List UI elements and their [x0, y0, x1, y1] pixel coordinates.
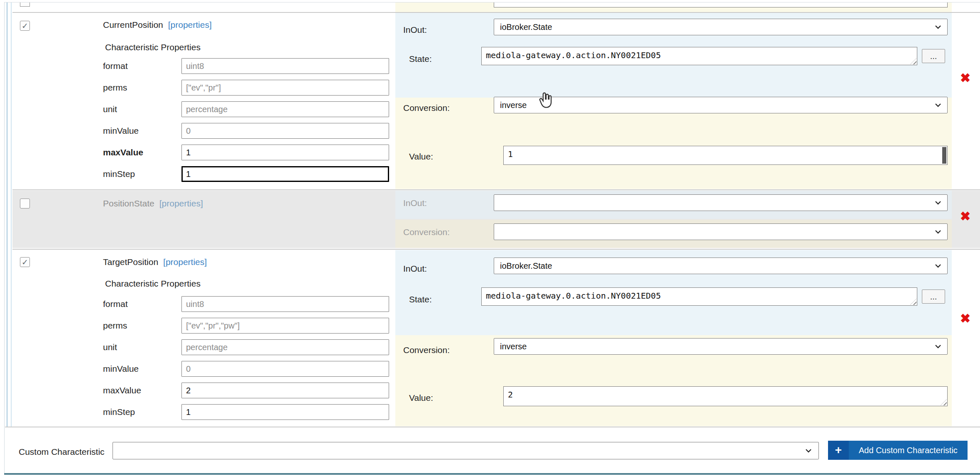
chevron-down-icon [935, 25, 941, 29]
prop-minstep-label: minStep [103, 406, 135, 418]
characteristic-name: PositionState [103, 198, 154, 209]
inout-label: InOut: [403, 24, 427, 36]
prop-format-input[interactable] [181, 58, 389, 74]
inout-select-value: ioBroker.State [500, 22, 552, 32]
custom-characteristic-label: Custom Characteristic [19, 446, 105, 458]
chevron-down-icon [805, 449, 812, 453]
conversion-select-value: inverse [500, 101, 527, 110]
prop-unit-label: unit [103, 341, 117, 353]
chevron-down-icon [935, 230, 941, 234]
prop-format-input[interactable] [181, 296, 389, 312]
row-separator [12, 189, 980, 190]
state-label: State: [409, 53, 432, 65]
frame-left-border [4, 2, 5, 474]
value-label: Value: [409, 151, 433, 162]
previous-row-select-partial[interactable] [494, 2, 948, 7]
state-textarea[interactable]: mediola-gateway.0.action.NY0021ED05 [482, 47, 917, 65]
prop-maxvalue-label: maxValue [103, 385, 141, 396]
characteristic-checkbox[interactable]: ✓ [20, 257, 30, 267]
properties-link[interactable]: [properties] [159, 198, 203, 209]
prop-maxvalue-input[interactable] [181, 383, 389, 398]
check-icon: ✓ [22, 21, 28, 31]
prop-perms-input[interactable] [181, 318, 389, 334]
hand-cursor-icon [539, 92, 554, 109]
properties-link[interactable]: [properties] [163, 256, 207, 268]
prop-format-label: format [103, 298, 128, 310]
prop-minstep-label: minStep [103, 168, 135, 180]
prop-minvalue-label: minValue [103, 125, 139, 137]
chevron-down-icon [935, 201, 941, 205]
inout-label: InOut: [403, 263, 427, 275]
prop-perms-input[interactable] [181, 80, 389, 96]
prop-minstep-input[interactable] [181, 404, 389, 420]
inout-select[interactable]: ioBroker.State [494, 258, 948, 274]
characteristic-name-box: PositionState [properties] [103, 198, 203, 209]
value-textarea[interactable]: 1 [504, 146, 947, 164]
characteristic-name-box: CurrentPosition [properties] [103, 19, 212, 31]
footer-separator [5, 427, 980, 427]
characteristic-row-targetposition: ✓ TargetPosition [properties] Characteri… [12, 250, 980, 426]
prop-unit-input[interactable] [181, 101, 389, 117]
panel-left-edge-inner [11, 2, 12, 427]
conversion-select-value: inverse [500, 342, 527, 351]
value-textarea[interactable]: 2 [504, 387, 947, 406]
characteristics-config-page: ✓ CurrentPosition [properties] Character… [0, 0, 980, 476]
props-title: Characteristic Properties [105, 278, 201, 290]
value-label: Value: [409, 392, 433, 404]
conversion-label: Conversion: [403, 344, 450, 356]
inout-select[interactable]: ioBroker.State [494, 19, 948, 35]
state-textarea-wrap: mediola-gateway.0.action.NY0021ED05 [481, 47, 917, 65]
props-title: Characteristic Properties [105, 42, 201, 53]
prop-minvalue-label: minValue [103, 363, 139, 375]
prop-unit-label: unit [103, 103, 117, 115]
state-label: State: [409, 294, 432, 305]
plus-icon: + [828, 441, 849, 460]
characteristic-row-currentposition: ✓ CurrentPosition [properties] Character… [12, 13, 980, 189]
value-textarea-wrap: 2 [503, 386, 948, 406]
prop-maxvalue-label: maxValue [103, 147, 143, 158]
prop-minstep-input[interactable] [181, 166, 389, 182]
state-picker-button[interactable]: ... [922, 49, 945, 63]
previous-row-checkbox-partial[interactable] [20, 2, 30, 7]
delete-characteristic-icon[interactable]: ✖ [960, 72, 970, 84]
conversion-label: Conversion: [403, 226, 450, 238]
delete-characteristic-icon[interactable]: ✖ [960, 210, 970, 223]
inout-label: InOut: [403, 197, 427, 209]
characteristic-checkbox[interactable] [20, 199, 30, 209]
characteristic-name: CurrentPosition [103, 19, 163, 31]
state-textarea[interactable]: mediola-gateway.0.action.NY0021ED05 [482, 288, 917, 305]
inout-select-value: ioBroker.State [500, 261, 552, 271]
conversion-select[interactable]: inverse [494, 338, 948, 355]
prop-minvalue-input[interactable] [181, 361, 389, 377]
prop-perms-label: perms [103, 320, 127, 331]
custom-characteristic-select[interactable] [113, 442, 819, 459]
chevron-down-icon [935, 264, 941, 268]
panel-left-edge [7, 2, 7, 427]
characteristic-name-box: TargetPosition [properties] [103, 256, 207, 268]
chevron-down-icon [935, 103, 941, 107]
characteristic-name: TargetPosition [103, 256, 158, 268]
conversion-select[interactable] [494, 223, 948, 240]
add-custom-characteristic-label: Add Custom Characteristic [849, 441, 968, 460]
characteristic-row-positionstate: PositionState [properties] InOut: ✖ Conv… [12, 191, 980, 248]
delete-characteristic-icon[interactable]: ✖ [960, 312, 970, 325]
textarea-scrollbar[interactable] [942, 147, 946, 164]
characteristic-checkbox[interactable]: ✓ [20, 21, 30, 31]
inout-select[interactable] [494, 194, 948, 211]
conversion-select[interactable]: inverse [494, 97, 948, 113]
state-textarea-wrap: mediola-gateway.0.action.NY0021ED05 [481, 287, 917, 306]
prop-format-label: format [103, 60, 128, 72]
conversion-label: Conversion: [403, 102, 450, 114]
value-textarea-wrap: 1 [503, 146, 948, 165]
check-icon: ✓ [22, 258, 28, 267]
chevron-down-icon [935, 344, 941, 348]
prop-perms-label: perms [103, 82, 127, 93]
prop-minvalue-input[interactable] [181, 123, 389, 139]
prop-maxvalue-input[interactable] [181, 145, 389, 160]
properties-link[interactable]: [properties] [168, 19, 212, 31]
prop-unit-input[interactable] [181, 339, 389, 355]
add-custom-characteristic-button[interactable]: + Add Custom Characteristic [828, 441, 968, 460]
state-picker-button[interactable]: ... [922, 290, 945, 304]
page-bottom-bar [4, 473, 980, 475]
row-separator [12, 249, 980, 250]
